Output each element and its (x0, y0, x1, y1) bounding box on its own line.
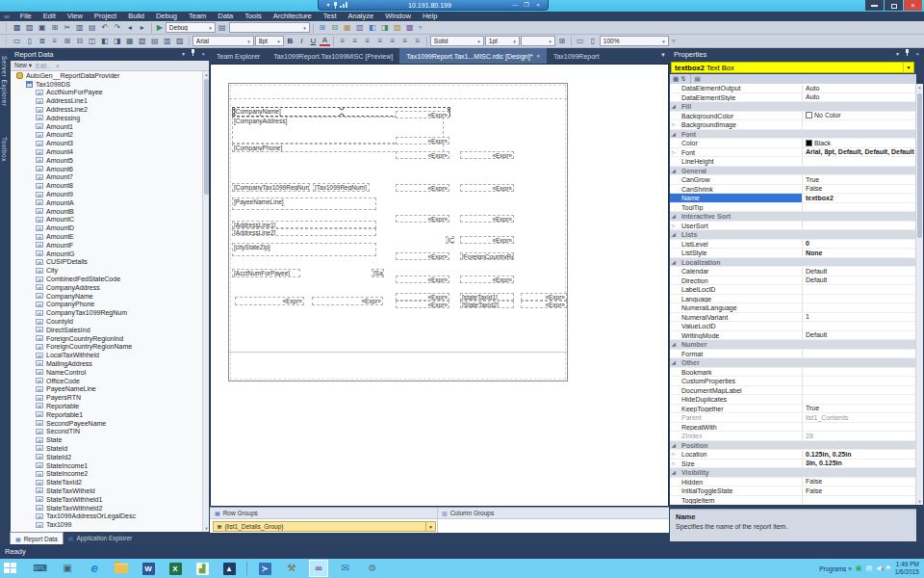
combo-dropdown-icon[interactable]: ▼ (903, 63, 913, 72)
menu-tools[interactable]: Tools (239, 12, 268, 21)
property-row-keeptogether[interactable]: KeepTogetherTrue (670, 405, 916, 414)
property-value[interactable] (803, 157, 916, 166)
property-row-parent[interactable]: Parentlist1_Contents (670, 413, 916, 423)
property-category-number[interactable]: ◢Number (670, 340, 916, 350)
property-value[interactable] (803, 496, 916, 505)
zoom-out-icon[interactable]: ▭ (575, 36, 586, 47)
edit-button[interactable]: Edit... (36, 63, 52, 69)
align-center-icon[interactable]: ⊟ (74, 36, 86, 47)
settings-search-icon[interactable]: ⚙ (363, 560, 382, 577)
property-row-name[interactable]: Nametextbox2 (670, 194, 916, 203)
borders-icon[interactable]: ⊞ (556, 36, 568, 47)
undo-icon[interactable]: ↶ (99, 22, 111, 34)
paste-icon[interactable]: ▤ (87, 22, 98, 34)
selected-object-combo[interactable]: textbox2 Text Box ▼ (671, 62, 914, 73)
property-value[interactable]: 1 (803, 313, 916, 322)
bullet-list-icon[interactable]: ≡ (374, 36, 386, 47)
tree-field-reportable[interactable]: abReportable (11, 402, 209, 410)
save-icon[interactable]: ▣ (37, 22, 48, 34)
tree-field-amount1[interactable]: abAmount1 (11, 122, 209, 131)
programs-toolbar[interactable]: Programs » (819, 565, 852, 572)
property-row-bookmark[interactable]: Bookmark (670, 368, 916, 378)
toolbox-window-icon[interactable]: ◨ (379, 22, 391, 34)
report-textbox[interactable]: «Expr» (396, 252, 449, 260)
tree-field-amount7[interactable]: abAmount7 (11, 173, 209, 182)
tree-provider[interactable]: AutoGen__ReportDataProvider (11, 71, 209, 80)
menu-architecture[interactable]: Architecture (268, 12, 318, 21)
report-textbox[interactable]: «Expr» (396, 184, 449, 192)
collapse-icon[interactable]: ◢ (672, 340, 676, 350)
report-textbox[interactable]: «Expr» (396, 137, 449, 144)
restore-button[interactable] (885, 0, 903, 11)
property-value[interactable]: textbox2 (803, 194, 916, 202)
report-textbox[interactable]: [cityStateZip] (232, 243, 376, 256)
rdp-restore-button[interactable]: ❐ (521, 1, 532, 10)
property-row-labellocid[interactable]: LabelLocID (670, 285, 916, 295)
save-all-icon[interactable]: ⊞ (49, 22, 61, 34)
property-row-repeatwith[interactable]: RepeatWith (670, 423, 916, 433)
tree-field-secondtin[interactable]: abSecondTIN (11, 427, 209, 435)
property-row-liststyle[interactable]: ListStyleNone (670, 249, 916, 258)
property-value[interactable]: False (803, 478, 916, 486)
tree-field-mailingaddress[interactable]: abMailingAddress (11, 359, 209, 368)
property-row-color[interactable]: ColorBlack (670, 139, 916, 148)
internet-explorer-icon[interactable]: e (85, 560, 104, 577)
minimize-button[interactable] (865, 0, 884, 11)
property-value[interactable] (803, 120, 916, 129)
categorized-button[interactable]: ▦ (673, 75, 679, 83)
property-value[interactable] (803, 386, 916, 395)
excel-icon[interactable]: X (166, 560, 185, 577)
tray-action-center-icon[interactable]: ⚑ (885, 564, 890, 573)
tree-field-combinedfedstatecode[interactable]: abCombinedFedStateCode (11, 275, 209, 283)
property-row-cangrow[interactable]: CanGrowTrue (670, 175, 916, 185)
tree-field-amounte[interactable]: abAmountE (11, 232, 209, 241)
property-value[interactable] (803, 303, 916, 312)
menu-debug[interactable]: Debug (150, 12, 183, 21)
property-row-backgroundcolor[interactable]: BackgroundColorNo Color (670, 112, 916, 121)
zoom-in-icon[interactable]: ▯ (587, 36, 599, 47)
property-category-localization[interactable]: ◢Localization (670, 258, 916, 268)
report-textbox[interactable]: [PayeeNameLine] (232, 197, 376, 210)
property-category-lists[interactable]: ◢Lists (670, 230, 916, 240)
close-button[interactable]: × (904, 0, 922, 11)
tree-field-addressing[interactable]: abAddressing (11, 114, 209, 122)
property-value[interactable]: False (803, 185, 916, 194)
property-row-canshrink[interactable]: CanShrinkFalse (670, 185, 916, 195)
property-row-size[interactable]: ▷Size3in, 0.125in (670, 460, 916, 469)
tree-field-stateid2[interactable]: abStateId2 (11, 453, 209, 461)
tree-field-payeenameline[interactable]: abPayeeNameLine (11, 384, 209, 393)
tree-field-localtaxwithheld[interactable]: abLocalTaxWithheld (11, 351, 209, 359)
font-size-combo[interactable]: 8pt▾ (255, 36, 284, 46)
collapse-icon[interactable]: ◢ (672, 258, 676, 268)
property-row-lineheight[interactable]: LineHeight (670, 157, 916, 167)
property-value[interactable]: Auto (803, 93, 916, 102)
pin-icon[interactable] (906, 48, 909, 61)
group-dropdown-icon[interactable]: ▼ (425, 522, 435, 531)
collapse-icon[interactable]: ◢ (672, 441, 676, 451)
report-textbox[interactable]: «Expr» (396, 301, 449, 308)
property-value[interactable]: True (803, 405, 916, 413)
scroll-down-icon[interactable]: ▼ (916, 498, 923, 505)
tree-field-namecontrol[interactable]: abNameControl (11, 368, 209, 377)
attach-process-icon[interactable]: ▤ (217, 22, 228, 34)
menu-file[interactable]: File (14, 12, 38, 21)
property-value[interactable]: True (803, 175, 916, 184)
property-value[interactable]: Arial, 8pt, Default, Default, Default (803, 148, 916, 157)
report-textbox[interactable]: «Expr» (235, 297, 304, 305)
delete-button[interactable]: × (56, 63, 60, 69)
scroll-up-icon[interactable]: ▲ (916, 84, 923, 91)
tree-field-addressline1[interactable]: abAddressLine1 (11, 96, 209, 105)
menu-help[interactable]: Help (417, 12, 443, 21)
property-value[interactable]: 0.125in, 0.25in (803, 450, 916, 459)
menu-team[interactable]: Team (183, 12, 212, 21)
tree-field-officecode[interactable]: abOfficeCode (11, 377, 209, 385)
start-debug-icon[interactable]: ▶ (155, 23, 165, 32)
window-position-icon[interactable]: ▾ (896, 48, 899, 61)
doc-tab-tax1099report[interactable]: Tax1099Report (547, 48, 605, 64)
property-value[interactable] (803, 295, 916, 303)
collapse-icon[interactable]: ◢ (672, 212, 676, 222)
property-row-dataelementstyle[interactable]: DataElementStyleAuto (670, 93, 916, 103)
tray-display-icon[interactable]: ▤ (865, 564, 872, 573)
tree-field-stateid[interactable]: abStateId (11, 444, 209, 453)
tree-field-companyaddress[interactable]: abCompanyAddress (11, 283, 209, 292)
